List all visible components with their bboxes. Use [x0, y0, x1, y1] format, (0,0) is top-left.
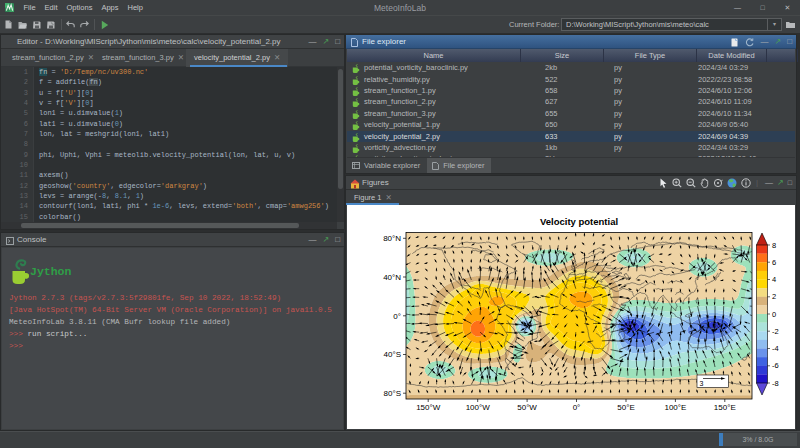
svg-text:80°N: 80°N [383, 234, 401, 243]
svg-text:0: 0 [772, 310, 776, 319]
svg-text:2: 2 [772, 292, 776, 301]
svg-text:-2: -2 [772, 327, 779, 336]
svg-text:0°: 0° [393, 312, 401, 321]
svg-text:3: 3 [700, 380, 704, 387]
svg-text:150°E: 150°E [714, 403, 736, 412]
svg-text:-6: -6 [772, 361, 779, 370]
svg-text:40°N: 40°N [383, 273, 401, 282]
svg-text:80°S: 80°S [384, 389, 401, 398]
svg-text:40°S: 40°S [384, 350, 401, 359]
svg-text:4: 4 [772, 275, 776, 284]
svg-text:150°W: 150°W [416, 403, 441, 412]
svg-text:50°E: 50°E [617, 403, 634, 412]
svg-text:0°: 0° [573, 403, 581, 412]
svg-text:100°W: 100°W [466, 403, 491, 412]
svg-text:-8: -8 [772, 379, 779, 388]
svg-text:6: 6 [772, 258, 776, 267]
svg-text:100°E: 100°E [664, 403, 686, 412]
svg-text:Velocity potential: Velocity potential [540, 216, 618, 227]
svg-text:50°W: 50°W [517, 403, 537, 412]
svg-text:8: 8 [772, 241, 776, 250]
svg-text:-4: -4 [772, 344, 779, 353]
